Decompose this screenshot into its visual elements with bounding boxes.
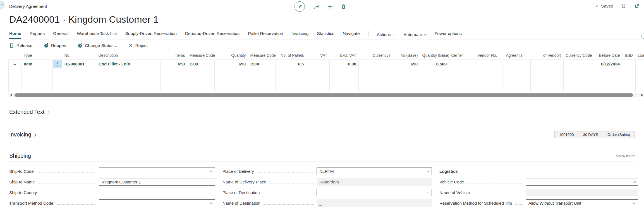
cell-description[interactable]: Cod Fillet - Loin: [96, 60, 161, 68]
show-more-link[interactable]: Show more: [616, 154, 635, 158]
tab-pallet-reservation[interactable]: Pallet Reservation: [248, 31, 283, 37]
tab-home[interactable]: Home: [9, 31, 21, 39]
chevron-down-icon[interactable]: [633, 201, 636, 204]
cell-before-date[interactable]: 6/12/2024: [593, 60, 622, 68]
col-header-bbd[interactable]: BBD: [622, 52, 636, 60]
col-header-items[interactable]: Items: [161, 52, 187, 60]
tab-supply-driven-reservation[interactable]: Supply-Driven Reservation: [125, 31, 177, 37]
tab-demand-driven-reservation[interactable]: Demand-Driven Reservation: [185, 31, 240, 37]
row-menu-icon[interactable]: ⋮: [53, 60, 62, 68]
cell-of-vendor[interactable]: [531, 60, 564, 68]
reject-x-icon: [128, 43, 133, 48]
col-header-no[interactable]: No.: [62, 52, 96, 60]
invoicing-header[interactable]: Invoicing: [9, 131, 36, 138]
cell-excl-vat[interactable]: 0.00: [330, 60, 359, 68]
release-button[interactable]: Release: [9, 43, 32, 48]
chevron-down-icon[interactable]: [426, 169, 429, 172]
col-header-measure-code-2[interactable]: Measure Code: [248, 52, 276, 60]
dotted-leader: [40, 194, 96, 194]
cell-currency-code[interactable]: [564, 60, 593, 68]
transport-method-code-input[interactable]: [99, 199, 215, 207]
cell-center[interactable]: [449, 60, 475, 68]
col-header-loa[interactable]: Loa..: [636, 52, 644, 60]
col-header-of-vendor[interactable]: of Vendor): [531, 52, 564, 60]
chevron-down-icon[interactable]: [209, 201, 212, 204]
open-in-new-window-icon[interactable]: [634, 3, 640, 9]
tab-invoicing[interactable]: Invoicing: [291, 31, 308, 37]
ship-to-code-input[interactable]: [99, 167, 215, 175]
col-header-quantity[interactable]: Quantity: [215, 52, 248, 60]
place-of-delivery-input[interactable]: NLRTM: [317, 167, 432, 175]
reject-button[interactable]: Reject: [128, 43, 148, 48]
tab-statistics[interactable]: Statistics: [317, 31, 334, 37]
change-status-button[interactable]: Change Status...: [77, 43, 117, 48]
col-header-type[interactable]: Type: [21, 52, 53, 60]
place-of-destination-input[interactable]: [317, 189, 432, 196]
ship-to-county-input[interactable]: [99, 189, 215, 196]
col-header-tls-base[interactable]: Tls (Base): [392, 52, 420, 60]
chevron-down-icon[interactable]: [209, 169, 212, 172]
cell-items[interactable]: 650: [161, 60, 187, 68]
chevron-down-icon[interactable]: [426, 190, 429, 194]
menu-automate[interactable]: Automate: [403, 32, 426, 37]
ship-to-name-input[interactable]: Kingdom Customer 1: [99, 178, 215, 186]
tab-reports[interactable]: Reports: [30, 31, 45, 37]
col-header-description[interactable]: Description: [96, 52, 161, 60]
row-selector-arrow-icon[interactable]: →: [9, 60, 21, 68]
scroll-left-icon[interactable]: [10, 94, 12, 96]
cell-measure-code-2[interactable]: BOX: [248, 60, 276, 68]
col-header-agreem[interactable]: Agreem.): [504, 52, 531, 60]
col-header-vat[interactable]: VAT: [306, 52, 330, 60]
cell-currency-amount[interactable]: [359, 60, 392, 68]
loa-checkbox[interactable]: [638, 62, 642, 66]
tab-general[interactable]: General: [53, 31, 68, 37]
col-header-no-of-pallets[interactable]: No. of Pallets: [276, 52, 306, 60]
new-plus-icon[interactable]: +: [328, 4, 332, 10]
bookmark-icon[interactable]: [621, 3, 626, 9]
dotted-leader: [269, 183, 314, 183]
col-header-vendor-no[interactable]: Vendor No.: [475, 52, 504, 60]
tab-navigate[interactable]: Navigate: [343, 31, 360, 37]
fewer-options-button[interactable]: Fewer options: [435, 31, 462, 37]
breadcrumb[interactable]: Delivery Agreement: [9, 4, 47, 9]
cell-vat[interactable]: [306, 60, 330, 68]
col-header-before-date[interactable]: Before Date: [593, 52, 622, 60]
cell-vendor-no[interactable]: [475, 60, 504, 68]
reservation-method-input[interactable]: Allow Without Transport Unit: [526, 199, 638, 207]
field-transport-method-code: Transport Method Code: [9, 199, 215, 207]
cell-measure-code-1[interactable]: BOX: [187, 60, 215, 68]
share-icon[interactable]: [313, 4, 319, 10]
shipping-header[interactable]: Shipping: [9, 153, 31, 159]
help-icon[interactable]: [641, 34, 644, 39]
cell-no[interactable]: 01-000001: [62, 60, 96, 68]
col-header-currency-code[interactable]: Currency Code: [564, 52, 593, 60]
col-header-excl-vat[interactable]: Excl. VAT: [330, 52, 359, 60]
extended-text-header[interactable]: Extended Text: [9, 109, 49, 115]
vehicle-code-input[interactable]: [526, 178, 638, 186]
badge-payment-terms[interactable]: 30 DAYS: [578, 131, 603, 138]
cell-tls-base[interactable]: 650: [392, 60, 420, 68]
horizontal-scrollbar[interactable]: [8, 93, 644, 97]
chevron-down-icon[interactable]: [633, 180, 636, 183]
scrollbar-thumb[interactable]: [15, 93, 633, 97]
col-header-center[interactable]: Center: [449, 52, 475, 60]
badge-customer-posting-group[interactable]: 1001000: [554, 131, 579, 138]
cell-agreem[interactable]: [504, 60, 531, 68]
cell-quantity[interactable]: 650: [215, 60, 248, 68]
transport-method-code-label: Transport Method Code: [9, 201, 53, 206]
col-header-currency[interactable]: Currency): [359, 52, 392, 60]
tab-warehouse-task-list[interactable]: Warehouse Task List: [77, 31, 117, 37]
bbd-checkbox[interactable]: [627, 62, 631, 66]
col-header-quantity-base[interactable]: Quantity (Base): [420, 52, 449, 60]
cell-quantity-base[interactable]: 6,500: [420, 60, 449, 68]
scroll-right-icon[interactable]: [641, 94, 643, 96]
cell-no-of-pallets[interactable]: 6.5: [276, 60, 306, 68]
cell-type[interactable]: Item: [21, 60, 53, 68]
col-header-measure-code-1[interactable]: Measure Code: [187, 52, 215, 60]
field-name-of-delivery-place: Name of Delivery Place Rotterdam: [222, 178, 432, 186]
badge-order-sales[interactable]: Order (Sales): [603, 131, 635, 138]
delete-trash-icon[interactable]: [341, 4, 346, 10]
reopen-button[interactable]: Reopen: [44, 43, 66, 48]
edit-pencil-icon[interactable]: [295, 1, 305, 12]
menu-actions[interactable]: Actions: [377, 32, 395, 37]
